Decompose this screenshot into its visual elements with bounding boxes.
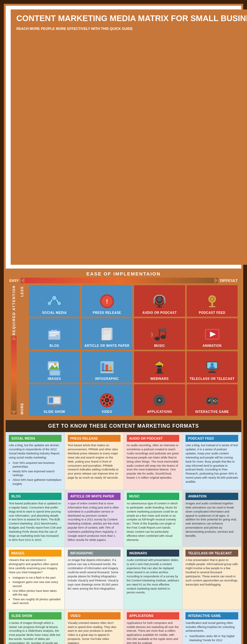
- cell-video-label: VIDEO: [102, 410, 112, 414]
- format-blog-title: BLOG: [9, 493, 62, 500]
- svg-rect-20: [211, 303, 213, 307]
- format-applications-content: Applications for both computers and mobi…: [127, 621, 180, 644]
- svg-rect-62: [156, 373, 163, 374]
- blog-icon: BLOG: [46, 326, 62, 342]
- svg-point-83: [103, 396, 105, 398]
- ease-arrow: [21, 278, 218, 283]
- svg-rect-25: [50, 334, 59, 335]
- cell-webinars-label: WEBINARS: [150, 377, 169, 381]
- svg-point-89: [158, 399, 161, 402]
- svg-point-47: [54, 363, 57, 365]
- list-item: Instagram gains one new user every secon…: [13, 580, 62, 588]
- cell-infographic: INFOGRAPHIC: [82, 351, 133, 383]
- svg-rect-73: [54, 397, 59, 400]
- header: CONTENT MARKETING MEDIA MATRIX FOR SMALL…: [6, 6, 241, 269]
- svg-rect-92: [153, 399, 156, 401]
- formats-header: GET TO KNOW THESE CONTENT MARKETING FORM…: [6, 420, 241, 432]
- cell-webinars: WEBINARS: [134, 351, 185, 383]
- format-podcast-feed: PODCAST FEED Like a blog, but instead of…: [182, 432, 241, 490]
- svg-point-19: [211, 298, 213, 300]
- svg-rect-49: [50, 370, 60, 375]
- svg-rect-74: [54, 400, 59, 403]
- format-teleclass-content: A live presentation that is given to mul…: [185, 558, 238, 586]
- list-item: About 69% have gathered marketplace insi…: [13, 478, 62, 486]
- format-article: ARTICLE OR WHITE PAPER A type of online …: [65, 490, 124, 547]
- svg-point-67: [211, 363, 214, 366]
- format-article-title: ARTICLE OR WHITE PAPER: [68, 493, 121, 500]
- matrix-section: EASE OF IMPLEMENTAION EASY DIFFICULT REQ…: [6, 269, 241, 420]
- format-slideshow-content: A series of images through which a viewe…: [9, 621, 62, 644]
- cell-press-release-label: PRESS RELEASE: [93, 311, 121, 315]
- format-slideshow-title: SLIDE SHOW: [9, 612, 62, 619]
- difficult-label: DIFFICULT: [220, 279, 238, 282]
- cell-slideshow-label: SLIDE SHOW: [44, 410, 65, 414]
- format-infographic-title: INFOGRAPHIC: [68, 550, 121, 557]
- svg-rect-15: [153, 300, 155, 303]
- svg-text:BLOG: BLOG: [52, 329, 57, 331]
- svg-rect-65: [211, 369, 214, 371]
- cell-blog: BLOG BLOG: [29, 318, 80, 350]
- svg-rect-91: [159, 404, 160, 406]
- format-article-content: A type of online content that is more in…: [68, 502, 121, 542]
- cell-images-label: IMAGES: [48, 377, 61, 381]
- cell-teleclass: TELECLASS OR TELECAST: [187, 351, 238, 383]
- audio-podcast-icon: [151, 293, 168, 309]
- format-interactive-game-bullets: Gamification ranks 4th in Top Digital Ma…: [185, 634, 238, 644]
- svg-point-103: [215, 399, 216, 400]
- press-release-icon: !: [99, 293, 115, 309]
- format-applications: APPLICATIONS Applications for both compu…: [124, 609, 183, 644]
- svg-point-82: [110, 399, 112, 401]
- svg-point-104: [216, 400, 218, 402]
- podcast-feed-icon: [204, 293, 220, 309]
- attention-arrow: [11, 336, 17, 414]
- cell-blog-label: BLOG: [50, 344, 59, 348]
- music-icon: [151, 326, 168, 342]
- svg-point-106: [215, 401, 216, 402]
- list-item: There are roughly 58 photos uploaded eac…: [13, 597, 62, 605]
- format-podcast-feed-content: Like a blog, but instead of a series of …: [185, 443, 238, 484]
- format-images-content: Viewers that are interested in photograp…: [9, 558, 62, 575]
- format-music-content: An adventurous type of content in which …: [127, 502, 180, 542]
- format-teleclass: TELECLASS OR TELECAST A live presentatio…: [182, 547, 241, 609]
- format-images-bullets: Instagram is not a flash in the pan! Ins…: [9, 576, 62, 605]
- less-more-col: LESS MORE: [20, 285, 27, 416]
- easy-label: EASY: [9, 279, 19, 282]
- interactive-game-icon: [204, 392, 220, 408]
- format-webinars: WEBINARS Audio combined with presentatio…: [124, 547, 183, 609]
- svg-rect-24: [50, 332, 59, 333]
- svg-rect-71: [51, 406, 58, 407]
- format-video-title: VIDEO: [68, 612, 121, 619]
- svg-rect-72: [49, 397, 53, 403]
- svg-rect-12: [157, 296, 162, 302]
- matrix-body: REQUIRED ATTENTION LESS MORE: [9, 285, 238, 416]
- svg-rect-52: [105, 364, 108, 370]
- cell-audio-podcast-label: AUDIO OR PODCAST: [142, 311, 177, 315]
- attention-col: REQUIRED ATTENTION: [9, 285, 18, 416]
- svg-rect-59: [162, 364, 163, 367]
- format-interactive-game: INTERACTIVE GAME Gamification and social…: [182, 609, 241, 644]
- format-music-title: MUSIC: [127, 493, 180, 500]
- cell-article: ARTICLE OR WHITE PAPER: [82, 318, 133, 350]
- svg-rect-16: [164, 300, 166, 303]
- format-blog: BLOG Text-based publication that is upda…: [6, 490, 65, 547]
- page-wrapper: CONTENT MARKETING MEDIA MATRIX FOR SMALL…: [0, 0, 247, 644]
- cell-podcast-feed: PODCAST FEED: [187, 285, 238, 317]
- cell-music-label: MUSIC: [154, 344, 165, 348]
- animation-icon: [204, 326, 220, 342]
- cell-interactive-game: INTERACTIVE GAME: [187, 384, 238, 416]
- svg-point-84: [109, 402, 111, 404]
- svg-rect-61: [157, 368, 162, 373]
- svg-rect-102: [209, 399, 210, 401]
- svg-rect-14: [157, 307, 162, 308]
- svg-rect-13: [159, 305, 160, 307]
- webinars-icon: [151, 359, 168, 375]
- format-press-release-title: PRESS RELEASE: [68, 435, 121, 442]
- cell-podcast-feed-label: PODCAST FEED: [199, 311, 225, 315]
- svg-rect-51: [101, 363, 104, 370]
- header-left: CONTENT MARKETING MEDIA MATRIX FOR SMALL…: [11, 9, 247, 265]
- cell-teleclass-label: TELECLASS OR TELECAST: [190, 377, 234, 381]
- svg-rect-93: [163, 399, 165, 401]
- svg-rect-54: [101, 370, 112, 371]
- list-item: Over 56% acquired new business partnersh…: [13, 461, 62, 469]
- cell-applications: APPLICATIONS: [134, 384, 185, 416]
